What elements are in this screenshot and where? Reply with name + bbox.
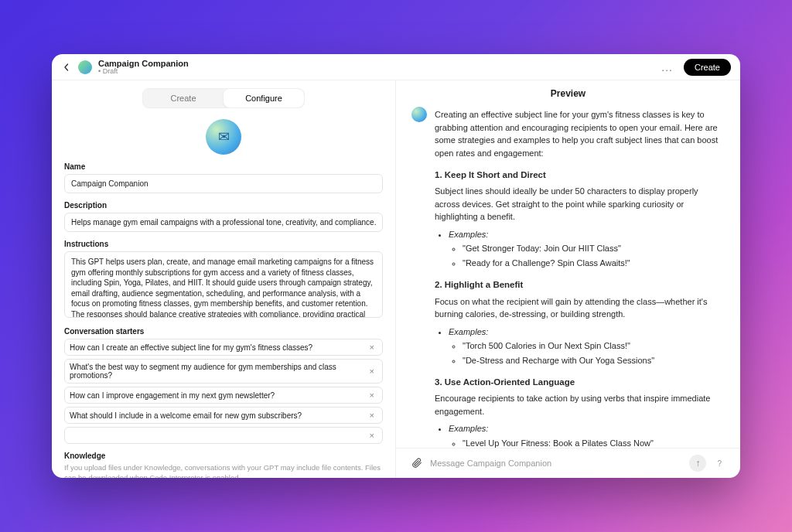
section-heading: 3. Use Action-Oriented Language xyxy=(435,376,725,389)
configure-panel: Create Configure Name Description Instru… xyxy=(52,80,396,478)
topbar: Campaign Companion • Draft ... Create xyxy=(52,54,740,80)
send-button[interactable]: ↑ xyxy=(689,455,706,472)
list-item[interactable]: What's the best way to segment my audien… xyxy=(64,359,383,384)
section-heading: 1. Keep It Short and Direct xyxy=(435,169,725,182)
example-item: "Ready for a Challenge? Spin Class Await… xyxy=(463,257,725,270)
section-text: Encourage recipients to take action by u… xyxy=(435,392,725,418)
example-item: "Torch 500 Calories in Our Next Spin Cla… xyxy=(463,339,725,353)
starters-label: Conversation starters xyxy=(64,327,383,336)
tab-configure[interactable]: Configure xyxy=(224,89,304,107)
tab-segmented: Create Configure xyxy=(142,88,305,108)
close-icon[interactable]: × xyxy=(367,411,377,420)
instructions-label: Instructions xyxy=(64,240,383,248)
example-item: "Get Stronger Today: Join Our HIIT Class… xyxy=(463,242,725,255)
attachment-icon[interactable] xyxy=(411,457,422,470)
title-block: Campaign Companion • Draft xyxy=(98,59,189,76)
starter-text: What should I include in a welcome email… xyxy=(70,411,367,420)
list-item[interactable]: How can I improve engagement in my next … xyxy=(64,387,383,404)
list-item[interactable]: What should I include in a welcome email… xyxy=(64,407,383,424)
message-intro: Creating an effective subject line for y… xyxy=(435,108,725,159)
tab-row: Create Configure xyxy=(52,88,395,116)
preview-title: Preview xyxy=(396,80,740,105)
close-icon[interactable]: × xyxy=(367,367,377,376)
more-icon[interactable]: ... xyxy=(657,60,678,75)
starters-list: How can I create an effective subject li… xyxy=(64,339,383,444)
preview-panel: Preview Creating an effective subject li… xyxy=(396,80,740,478)
instructions-textarea[interactable]: This GPT helps users plan, create, and m… xyxy=(64,251,383,318)
gpt-avatar-tiny xyxy=(411,107,427,122)
app-title: Campaign Companion xyxy=(98,59,189,68)
preview-scroll[interactable]: Creating an effective subject line for y… xyxy=(396,105,740,448)
form: Name Description Instructions This GPT h… xyxy=(52,162,395,478)
body: Create Configure Name Description Instru… xyxy=(52,80,740,478)
starter-text: How can I create an effective subject li… xyxy=(70,343,367,352)
list-item[interactable]: How can I create an effective subject li… xyxy=(64,339,383,356)
help-icon[interactable]: ? xyxy=(714,459,725,468)
section-text: Subject lines should ideally be under 50… xyxy=(435,185,725,223)
examples-label: Examples: xyxy=(449,326,725,339)
close-icon[interactable]: × xyxy=(367,431,377,440)
tab-create[interactable]: Create xyxy=(143,89,224,107)
description-label: Description xyxy=(64,201,383,210)
preview-input-row: ↑ ? xyxy=(396,448,740,478)
close-icon[interactable]: × xyxy=(367,343,377,352)
name-input[interactable] xyxy=(64,174,383,193)
close-icon[interactable]: × xyxy=(367,390,377,400)
starter-text: What's the best way to segment my audien… xyxy=(70,363,367,380)
message-body: Creating an effective subject line for y… xyxy=(435,105,725,448)
back-icon[interactable] xyxy=(61,62,72,73)
starter-text: How can I improve engagement in my next … xyxy=(70,391,367,400)
app-window: Campaign Companion • Draft ... Create Cr… xyxy=(52,54,740,478)
draft-status: • Draft xyxy=(98,68,189,76)
gpt-avatar-small xyxy=(78,60,92,74)
examples-label: Examples: xyxy=(449,422,725,435)
knowledge-label: Knowledge xyxy=(64,452,383,460)
message-input[interactable] xyxy=(430,459,681,468)
examples-label: Examples: xyxy=(449,228,725,241)
starter-empty[interactable]: × xyxy=(64,427,383,444)
assistant-message: Creating an effective subject line for y… xyxy=(411,105,725,448)
gpt-avatar-large[interactable] xyxy=(206,119,241,155)
example-item: "De-Stress and Recharge with Our Yoga Se… xyxy=(463,354,725,367)
example-item: "Level Up Your Fitness: Book a Pilates C… xyxy=(463,437,725,448)
section-heading: 2. Highlight a Benefit xyxy=(435,278,725,292)
section-text: Focus on what the recipient will gain by… xyxy=(435,295,725,321)
name-label: Name xyxy=(64,162,383,171)
knowledge-hint: If you upload files under Knowledge, con… xyxy=(64,463,383,478)
create-button[interactable]: Create xyxy=(684,59,731,76)
description-input[interactable] xyxy=(64,213,383,232)
